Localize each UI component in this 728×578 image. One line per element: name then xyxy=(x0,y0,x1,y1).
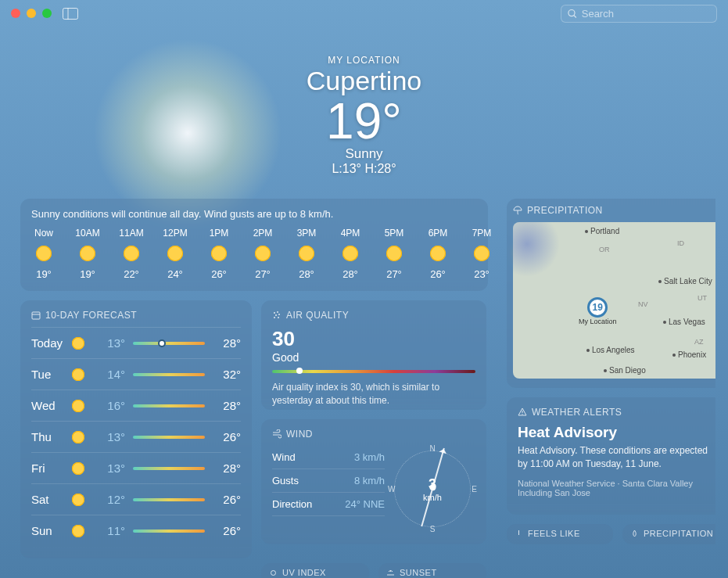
forecast-row[interactable]: Sun 11° 26° xyxy=(31,515,241,546)
hour-column[interactable]: Now19° xyxy=(31,228,56,280)
mini-card[interactable]: SUNSET xyxy=(378,563,486,578)
map-state-label: NV xyxy=(638,300,648,308)
hour-temp: 24° xyxy=(167,268,183,280)
hour-column[interactable]: 7PM23° xyxy=(469,228,494,280)
svg-point-5 xyxy=(522,414,522,415)
minimize-window-button[interactable] xyxy=(27,9,36,18)
temp-range-bar xyxy=(133,436,205,439)
alert-icon xyxy=(518,407,527,417)
ten-day-forecast-card[interactable]: 10-DAY FORECAST Today 13° 28°Tue 14° 32°… xyxy=(20,300,252,558)
svg-rect-6 xyxy=(32,312,40,319)
map-city-label: Las Vegas xyxy=(663,318,705,326)
hourly-summary: Sunny conditions will continue all day. … xyxy=(31,208,477,220)
wind-row: Gusts8 km/h xyxy=(272,469,385,493)
map-city-label: Salt Lake City xyxy=(658,277,712,285)
hour-time: 6PM xyxy=(429,228,448,239)
mini-card[interactable]: UV INDEX xyxy=(261,563,369,578)
forecast-low: 13° xyxy=(94,336,125,350)
sun-icon xyxy=(72,368,94,381)
sun-icon xyxy=(167,246,183,261)
hour-temp: 28° xyxy=(299,268,314,280)
search-input[interactable] xyxy=(582,8,710,20)
forecast-low: 13° xyxy=(94,461,125,475)
forecast-low: 14° xyxy=(94,368,125,381)
hour-time: 3PM xyxy=(297,228,317,239)
air-quality-card[interactable]: AIR QUALITY 30 Good Air quality index is… xyxy=(261,300,486,410)
sun-icon xyxy=(80,246,95,261)
sidebar-toggle-button[interactable] xyxy=(63,8,78,20)
hour-column[interactable]: 4PM28° xyxy=(338,228,363,280)
forecast-row[interactable]: Thu 13° 26° xyxy=(31,421,241,452)
aqi-description: Air quality index is 30, which is simila… xyxy=(272,381,475,407)
map-state-label: OR xyxy=(599,246,610,253)
wind-row: Wind3 km/h xyxy=(272,446,385,469)
hour-time: 1PM xyxy=(210,228,229,239)
sun-icon xyxy=(72,525,94,537)
svg-rect-0 xyxy=(63,8,78,19)
hour-column[interactable]: 11AM22° xyxy=(119,228,144,280)
hour-column[interactable]: 2PM27° xyxy=(250,228,275,280)
svg-point-8 xyxy=(274,312,275,314)
hour-temp: 19° xyxy=(36,268,52,280)
sun-icon xyxy=(386,246,402,261)
hour-time: 2PM xyxy=(253,228,273,239)
hour-temp: 23° xyxy=(474,268,490,280)
forecast-row[interactable]: Today 13° 28° xyxy=(31,327,241,358)
hour-time: Now xyxy=(34,228,53,239)
hour-column[interactable]: 12PM24° xyxy=(163,228,188,280)
aqi-scale xyxy=(272,370,475,373)
hour-column[interactable]: 6PM26° xyxy=(425,228,450,280)
forecast-high: 28° xyxy=(213,399,241,412)
alert-body: Heat Advisory. These conditions are expe… xyxy=(518,444,715,471)
my-location-pin[interactable]: 19 My Location xyxy=(579,297,617,325)
sun-icon xyxy=(124,246,139,261)
precipitation-map-card[interactable]: PRECIPITATION PortlandSalt Lake CityLas … xyxy=(507,199,715,388)
aqi-icon xyxy=(272,311,282,320)
umbrella-icon xyxy=(513,206,522,215)
temp-range: L:13° H:28° xyxy=(0,162,728,176)
search-field[interactable] xyxy=(561,5,717,23)
forecast-row[interactable]: Tue 14° 32° xyxy=(31,358,241,390)
hourly-forecast-card[interactable]: Sunny conditions will continue all day. … xyxy=(20,199,488,291)
close-window-button[interactable] xyxy=(11,9,20,18)
forecast-day: Fri xyxy=(31,461,72,475)
mini-card[interactable]: FEELS LIKE xyxy=(507,524,613,544)
traffic-lights xyxy=(11,9,52,18)
temp-range-bar xyxy=(133,498,205,501)
forecast-low: 12° xyxy=(94,493,125,506)
forecast-high: 26° xyxy=(213,430,241,443)
hour-column[interactable]: 10AM19° xyxy=(75,228,100,280)
forecast-row[interactable]: Fri 13° 28° xyxy=(31,452,241,483)
wind-row: Direction24° NNE xyxy=(272,493,385,516)
svg-point-10 xyxy=(275,314,277,316)
current-conditions: MY LOCATION Cupertino 19° Sunny L:13° H:… xyxy=(0,55,728,176)
aqi-value: 30 xyxy=(272,327,475,351)
forecast-day: Wed xyxy=(31,399,72,412)
city-name: Cupertino xyxy=(0,66,728,96)
sun-icon xyxy=(36,246,52,261)
hour-column[interactable]: 3PM28° xyxy=(294,228,319,280)
sunset-icon xyxy=(386,569,395,577)
forecast-low: 13° xyxy=(94,430,125,443)
forecast-row[interactable]: Wed 16° 28° xyxy=(31,390,241,421)
sun-icon xyxy=(474,246,490,261)
hour-column[interactable]: 5PM27° xyxy=(382,228,407,280)
hour-time: 11AM xyxy=(119,228,143,239)
map-city-label: San Diego xyxy=(604,366,646,375)
map-canvas[interactable]: PortlandSalt Lake CityLas VegasLos Angel… xyxy=(513,222,715,379)
forecast-day: Today xyxy=(31,336,72,350)
temp-range-bar xyxy=(133,467,205,470)
sun-icon xyxy=(299,246,314,261)
map-state-label: AZ xyxy=(694,338,704,346)
forecast-high: 26° xyxy=(213,493,241,506)
zoom-window-button[interactable] xyxy=(42,9,52,18)
mini-card[interactable]: PRECIPITATION xyxy=(622,524,715,544)
wind-card[interactable]: WIND Wind3 km/hGusts8 km/hDirection24° N… xyxy=(261,419,486,544)
hour-time: 5PM xyxy=(385,228,404,239)
forecast-row[interactable]: Sat 12° 26° xyxy=(31,483,241,515)
weather-alerts-card[interactable]: WEATHER ALERTS Heat Advisory Heat Adviso… xyxy=(507,397,715,515)
map-city-label: Los Angeles xyxy=(586,346,635,354)
hour-column[interactable]: 1PM26° xyxy=(206,228,231,280)
forecast-day: Sat xyxy=(31,493,72,506)
sun-icon xyxy=(72,337,94,350)
